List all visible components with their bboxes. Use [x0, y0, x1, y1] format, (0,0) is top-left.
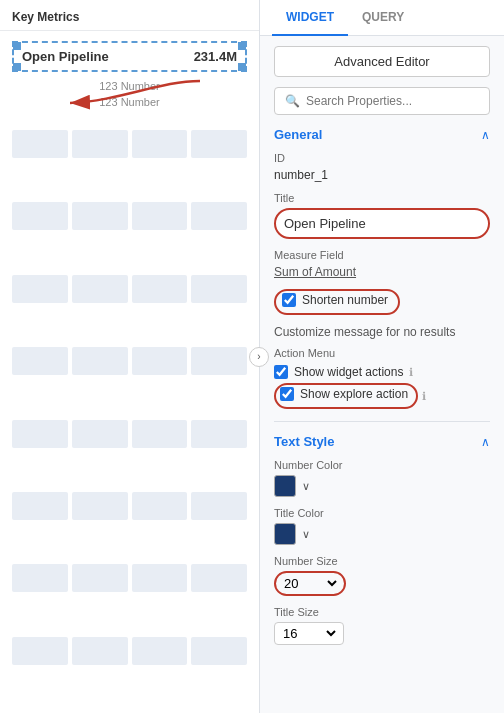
show-widget-row: Show widget actions ℹ	[274, 365, 490, 379]
grid-cell	[12, 564, 68, 592]
grid-cell	[72, 492, 128, 520]
grid-cell	[191, 492, 247, 520]
grid-cell	[12, 202, 68, 230]
number-size-group: Number Size 16 18 20 24 28 32	[274, 555, 490, 596]
measure-field-label: Measure Field	[274, 249, 490, 261]
show-explore-checkbox[interactable]	[280, 387, 294, 401]
left-panel: Key Metrics Open Pipeline 231.4M 123 Num…	[0, 0, 260, 713]
title-color-label: Title Color	[274, 507, 490, 519]
search-input[interactable]	[306, 94, 479, 108]
expand-panel-button[interactable]: ›	[249, 347, 269, 367]
title-size-select[interactable]: 12 14 16 18 20 24	[279, 625, 339, 642]
title-size-group: Title Size 12 14 16 18 20 24	[274, 606, 490, 645]
title-color-picker: ∨	[274, 523, 490, 545]
grid-cell	[12, 347, 68, 375]
search-icon: 🔍	[285, 94, 300, 108]
grid-cell	[132, 347, 188, 375]
grid-cell	[12, 275, 68, 303]
text-style-section-header[interactable]: Text Style ∧	[274, 434, 490, 449]
general-section-title: General	[274, 127, 322, 142]
grid-cell	[12, 637, 68, 665]
show-explore-checkbox-row: Show explore action	[280, 387, 408, 401]
grid-cell	[191, 347, 247, 375]
number-color-dropdown-icon[interactable]: ∨	[302, 480, 310, 493]
grid-cell	[72, 637, 128, 665]
number-size-select-wrapper: 16 18 20 24 28 32	[274, 571, 346, 596]
grid-cell	[132, 637, 188, 665]
show-explore-label: Show explore action	[300, 387, 408, 401]
title-size-select-wrapper: 12 14 16 18 20 24	[274, 622, 344, 645]
grid-cell	[132, 275, 188, 303]
shorten-wrapper: Shorten number	[274, 289, 400, 315]
id-label: ID	[274, 152, 490, 164]
measure-value[interactable]: Sum of Amount	[274, 265, 490, 279]
show-widget-label: Show widget actions	[294, 365, 403, 379]
title-color-group: Title Color ∨	[274, 507, 490, 545]
widget-info-icon[interactable]: ℹ	[409, 366, 413, 379]
grid-cell	[132, 202, 188, 230]
widget-title-text: Key Metrics	[12, 10, 79, 24]
grid-cell	[72, 275, 128, 303]
number-color-swatch[interactable]	[274, 475, 296, 497]
text-style-title: Text Style	[274, 434, 334, 449]
general-chevron-icon: ∧	[481, 128, 490, 142]
grid-cell	[12, 492, 68, 520]
widget-content: Open Pipeline 231.4M 123 Number 123 Numb…	[0, 31, 259, 122]
advanced-editor-button[interactable]: Advanced Editor	[274, 46, 490, 77]
general-section-header[interactable]: General ∧	[274, 127, 490, 142]
number-color-label: Number Color	[274, 459, 490, 471]
tabs-container: WIDGET QUERY	[260, 0, 504, 36]
grid-cell	[72, 202, 128, 230]
grid-cell	[191, 202, 247, 230]
right-panel: WIDGET QUERY Advanced Editor 🔍 General ∧…	[260, 0, 504, 713]
grid-cell	[72, 420, 128, 448]
sub-metric-1: 123 Number	[12, 80, 247, 92]
sub-metric-2: 123 Number	[12, 96, 247, 108]
grid-cell	[132, 130, 188, 158]
show-widget-checkbox[interactable]	[274, 365, 288, 379]
customize-message[interactable]: Customize message for no results	[274, 325, 490, 339]
tab-widget[interactable]: WIDGET	[272, 0, 348, 36]
grid-cell	[191, 564, 247, 592]
metric-label: Open Pipeline	[22, 49, 109, 64]
grid-placeholder	[0, 122, 259, 713]
shorten-checkbox-row: Shorten number	[282, 293, 388, 307]
title-input[interactable]	[274, 208, 490, 239]
shorten-label: Shorten number	[302, 293, 388, 307]
explore-wrapper: Show explore action	[274, 383, 418, 409]
measure-field-group: Measure Field Sum of Amount	[274, 249, 490, 279]
id-field-group: ID number_1	[274, 152, 490, 182]
title-color-dropdown-icon[interactable]: ∨	[302, 528, 310, 541]
grid-cell	[72, 564, 128, 592]
title-field-group: Title	[274, 192, 490, 239]
grid-cell	[191, 420, 247, 448]
grid-cell	[191, 637, 247, 665]
shorten-field-group: Shorten number	[274, 289, 490, 315]
shorten-checkbox[interactable]	[282, 293, 296, 307]
grid-cell	[72, 130, 128, 158]
grid-cell	[12, 130, 68, 158]
metric-value: 231.4M	[194, 49, 237, 64]
title-field-label: Title	[274, 192, 490, 204]
search-box: 🔍	[274, 87, 490, 115]
action-menu-group: Action Menu Show widget actions ℹ Show e…	[274, 347, 490, 409]
number-size-select[interactable]: 16 18 20 24 28 32	[280, 575, 340, 592]
id-value: number_1	[274, 168, 490, 182]
panel-body: Advanced Editor 🔍 General ∧ ID number_1 …	[260, 36, 504, 713]
section-divider	[274, 421, 490, 422]
number-size-label: Number Size	[274, 555, 490, 567]
grid-cell	[72, 347, 128, 375]
tab-query[interactable]: QUERY	[348, 0, 418, 36]
number-color-group: Number Color ∨	[274, 459, 490, 497]
action-menu-label: Action Menu	[274, 347, 490, 359]
show-explore-row: Show explore action ℹ	[274, 383, 490, 409]
number-color-picker: ∨	[274, 475, 490, 497]
grid-cell	[191, 275, 247, 303]
explore-info-icon[interactable]: ℹ	[422, 390, 426, 403]
title-color-swatch[interactable]	[274, 523, 296, 545]
text-style-chevron-icon: ∧	[481, 435, 490, 449]
grid-cell	[132, 420, 188, 448]
grid-cell	[12, 420, 68, 448]
title-size-label: Title Size	[274, 606, 490, 618]
grid-cell	[132, 492, 188, 520]
